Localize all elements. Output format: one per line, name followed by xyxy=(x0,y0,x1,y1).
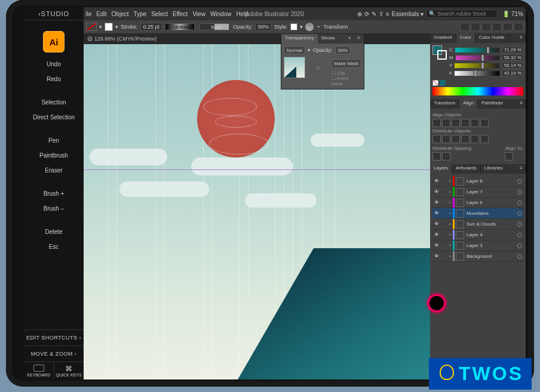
layer-name[interactable]: Layer 7 xyxy=(465,189,517,195)
layer-name[interactable]: Mountains xyxy=(465,211,517,216)
layer-row[interactable]: 👁›Layer 8 xyxy=(432,176,523,187)
target-icon[interactable] xyxy=(517,233,522,237)
k-slider[interactable] xyxy=(455,71,499,76)
menu-object[interactable]: Object xyxy=(112,11,129,17)
tab-align[interactable]: Align xyxy=(459,99,478,109)
tab-transparency[interactable]: Transparency xyxy=(281,34,318,44)
visibility-icon[interactable]: 👁 xyxy=(432,189,441,195)
layer-name[interactable]: Sun & Clouds xyxy=(465,221,517,227)
studio-title[interactable]: ‹ STUDIO xyxy=(24,7,84,20)
tool-icon[interactable] xyxy=(503,23,513,31)
c-value[interactable]: 71.29 % xyxy=(502,47,523,53)
invert-mask-checkbox[interactable]: ☐ Invert Mask xyxy=(332,76,361,87)
disclosure-icon[interactable]: › xyxy=(447,200,453,205)
menu-window[interactable]: Window xyxy=(210,11,232,17)
edit-icon[interactable]: ✎ xyxy=(372,11,376,17)
visibility-icon[interactable]: 👁 xyxy=(432,221,441,227)
align-top-icon[interactable] xyxy=(461,119,470,127)
tab-transform[interactable]: Transform xyxy=(430,99,459,109)
spectrum-picker[interactable] xyxy=(432,87,523,95)
stroke-weight-input[interactable]: 0.25 pt xyxy=(140,23,163,31)
disclosure-icon[interactable]: › xyxy=(447,221,453,227)
disclosure-icon[interactable]: › xyxy=(447,254,453,259)
opacity-input[interactable]: 80% xyxy=(255,23,272,31)
dist-sp-icon[interactable] xyxy=(432,152,441,160)
style-swatch[interactable] xyxy=(290,23,297,30)
tab-stroke[interactable]: Stroke xyxy=(318,34,339,44)
clip-checkbox[interactable]: ☐ Clip xyxy=(332,70,361,76)
undo-button[interactable]: Undo xyxy=(47,61,61,67)
m-slider[interactable] xyxy=(456,55,499,60)
align-left-icon[interactable] xyxy=(432,119,441,127)
y-value[interactable]: 58.14 % xyxy=(502,62,523,69)
layer-name[interactable]: Layer 6 xyxy=(465,200,517,205)
menu-icon[interactable]: ≡ xyxy=(386,11,389,17)
dist-icon[interactable] xyxy=(442,135,450,143)
dist-icon[interactable] xyxy=(480,135,489,143)
layer-row[interactable]: 👁›Sun & Clouds xyxy=(432,219,523,230)
m-value[interactable]: 58.32 % xyxy=(502,54,523,61)
layer-name[interactable]: Background xyxy=(465,254,517,259)
target-icon[interactable] xyxy=(517,211,522,216)
thumbnail[interactable] xyxy=(284,57,305,78)
disclosure-icon[interactable]: › xyxy=(447,189,453,195)
tab-color-guide[interactable]: Color Guide xyxy=(475,33,509,43)
visibility-icon[interactable]: 👁 xyxy=(432,200,441,205)
visibility-icon[interactable]: 👁 xyxy=(432,232,441,237)
document-tab[interactable]: @ 129.88% (CMYK/Preview) xyxy=(87,36,157,42)
menu-type[interactable]: Type xyxy=(134,11,147,17)
move-zoom-button[interactable]: MOVE & ZOOM › xyxy=(24,345,84,362)
esc-button[interactable]: Esc xyxy=(49,243,59,250)
tool-icon[interactable] xyxy=(481,23,491,31)
disclosure-icon[interactable]: › xyxy=(447,232,453,237)
layer-row[interactable]: 👁›Layer 6 xyxy=(432,197,523,208)
horizontal-guide[interactable] xyxy=(84,169,430,170)
target-icon[interactable] xyxy=(517,243,522,248)
layer-row[interactable]: 👁›Layer 4 xyxy=(432,230,523,240)
menu-select[interactable]: Select xyxy=(151,11,168,17)
align-hcenter-icon[interactable] xyxy=(442,119,450,127)
direct-selection-button[interactable]: Direct Selection xyxy=(33,114,75,121)
visibility-icon[interactable]: 👁 xyxy=(432,254,441,259)
dist-icon[interactable] xyxy=(452,135,460,143)
chevron-down-icon[interactable]: ▾ xyxy=(115,24,118,30)
close-icon[interactable]: × xyxy=(345,34,354,44)
tool-icon[interactable] xyxy=(471,23,480,31)
mask-thumbnail[interactable]: ⊘ xyxy=(308,57,329,78)
align-right-icon[interactable] xyxy=(452,119,460,127)
tab-layers[interactable]: Layers xyxy=(430,164,452,174)
panel-menu-icon[interactable]: ≡ xyxy=(517,99,526,109)
target-icon[interactable] xyxy=(517,179,522,184)
chevron-down-icon[interactable]: ▾ xyxy=(99,24,102,30)
canvas[interactable] xyxy=(84,44,430,379)
target-icon[interactable] xyxy=(517,222,522,227)
transform-label[interactable]: Transform xyxy=(324,24,348,30)
disclosure-icon[interactable]: › xyxy=(447,211,453,216)
menu-file[interactable]: ile xyxy=(85,11,91,17)
share-icon[interactable]: ⇪ xyxy=(379,11,383,17)
panel-menu-icon[interactable]: ≡ xyxy=(517,33,526,43)
align-icon[interactable]: ⫟ xyxy=(316,24,321,30)
fill-swatch[interactable] xyxy=(86,23,97,31)
search-input[interactable]: 🔍 Search Adobe Stock xyxy=(426,10,498,18)
tab-libraries[interactable]: Libraries xyxy=(481,164,507,174)
tab-gradient[interactable]: Gradient xyxy=(430,33,456,43)
chevron-down-icon[interactable]: ▾ xyxy=(300,24,303,30)
visibility-icon[interactable]: 👁 xyxy=(432,243,441,248)
panel-menu-icon[interactable]: ≡ xyxy=(517,164,526,174)
delete-button[interactable]: Delete xyxy=(45,229,63,235)
dist-icon[interactable] xyxy=(432,135,441,143)
edit-shortcuts-button[interactable]: EDIT SHORTCUTS › xyxy=(24,329,84,345)
layer-row[interactable]: 👁›Layer 3 xyxy=(432,240,523,251)
pen-button[interactable]: Pen xyxy=(48,137,59,144)
layer-name[interactable]: Layer 3 xyxy=(465,243,517,248)
make-mask-button[interactable]: Make Mask xyxy=(332,59,361,68)
paintbrush-button[interactable]: Paintbrush xyxy=(39,152,68,159)
panel-menu-icon[interactable]: ≡ xyxy=(354,34,364,44)
visibility-icon[interactable]: 👁 xyxy=(432,178,441,184)
tab-pathfinder[interactable]: Pathfinder xyxy=(478,99,507,109)
selection-button[interactable]: Selection xyxy=(41,99,66,106)
brush-minus-button[interactable]: Brush – xyxy=(44,205,64,212)
align-bottom-icon[interactable] xyxy=(480,119,489,127)
transparency-panel[interactable]: Transparency Stroke × ≡ Normal▾ Opacity:… xyxy=(281,33,364,89)
